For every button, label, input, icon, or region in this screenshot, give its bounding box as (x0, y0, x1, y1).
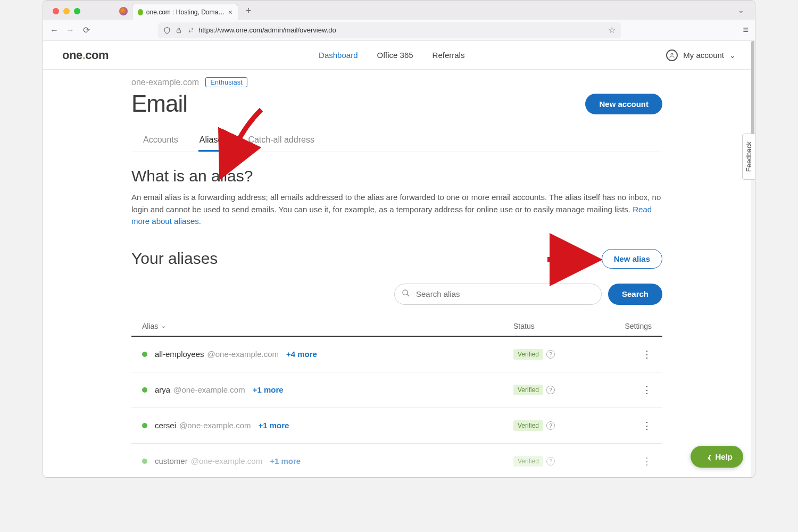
feedback-tab[interactable]: Feedback (742, 134, 755, 180)
table-row: customer@one-example.com +1 more Verifie… (131, 444, 662, 478)
main-nav: Dashboard Office 365 Referrals (319, 51, 464, 60)
alias-domain: @one-example.com (191, 456, 262, 466)
svg-point-2 (403, 290, 408, 295)
alias-more-link[interactable]: +4 more (286, 350, 317, 359)
firefox-icon (119, 7, 128, 20)
sort-icon: ⌄ (161, 322, 166, 329)
search-row: Search (131, 284, 662, 305)
favicon-icon (138, 9, 143, 15)
table-row: arya@one-example.com +1 more Verified? ⋮ (131, 372, 662, 408)
alias-domain: @one-example.com (207, 350, 279, 359)
url-text: https://www.one.com/admin/mail/overview.… (198, 26, 604, 34)
help-label: Help (715, 452, 733, 461)
search-button[interactable]: Search (608, 284, 662, 305)
status-badge: Verified (513, 420, 543, 431)
account-menu[interactable]: My account ⌄ (666, 49, 736, 61)
col-status-header: Status (513, 322, 609, 330)
help-widget[interactable]: Help (691, 446, 743, 468)
table-header: Alias ⌄ Status Settings (131, 317, 662, 337)
alias-local: cersei (155, 421, 176, 430)
tabs-dropdown-icon[interactable]: ⌄ (738, 6, 751, 20)
table-row: all-employees@one-example.com +4 more Ve… (131, 337, 662, 372)
plan-badge: Enthusiast (205, 77, 247, 87)
your-aliases-heading: Your aliases (131, 250, 218, 268)
row-settings-menu[interactable]: ⋮ (609, 348, 652, 360)
reload-button[interactable]: ⟳ (81, 25, 91, 35)
lock-icon[interactable] (175, 27, 182, 34)
what-is-alias-body: An email alias is a forwarding address; … (131, 192, 662, 228)
row-settings-menu[interactable]: ⋮ (609, 420, 652, 431)
browser-tab[interactable]: one.com : Hosting, Domain, Em… × (132, 4, 238, 20)
status-badge: Verified (513, 385, 543, 395)
search-input[interactable] (394, 284, 602, 305)
bookmark-icon[interactable]: ☆ (608, 25, 616, 35)
permissions-icon[interactable]: ⇄ (187, 27, 194, 34)
col-alias-header[interactable]: Alias ⌄ (142, 322, 513, 330)
page-content: one-example.com Enthusiast Email New acc… (43, 70, 751, 477)
site-header: one.com Dashboard Office 365 Referrals M… (43, 41, 755, 70)
tab-accounts[interactable]: Accounts (142, 130, 179, 152)
logo[interactable]: one.com (62, 48, 109, 62)
help-icon[interactable]: ? (546, 386, 555, 394)
tab-title: one.com : Hosting, Domain, Em… (146, 9, 225, 16)
shield-icon[interactable] (163, 27, 171, 34)
new-alias-button[interactable]: New alias (602, 249, 662, 269)
domain-row: one-example.com Enthusiast (131, 77, 662, 87)
email-tabs: Accounts Aliases Catch-all address (131, 130, 662, 152)
page-title: Email (131, 90, 187, 117)
svg-point-1 (671, 53, 673, 55)
alias-local: customer (155, 456, 188, 466)
address-bar[interactable]: ⇄ https://www.one.com/admin/mail/overvie… (158, 22, 621, 38)
search-icon (402, 289, 410, 300)
app-menu-button[interactable]: ≡ (743, 24, 749, 36)
window-close-icon[interactable] (53, 8, 59, 14)
back-button[interactable]: ← (49, 26, 59, 35)
alias-more-link[interactable]: +1 more (270, 456, 301, 466)
nav-dashboard[interactable]: Dashboard (319, 51, 358, 60)
new-tab-button[interactable]: + (246, 5, 252, 20)
browser-toolbar: ← → ⟳ ⇄ https://www.one.com/admin/mail/o… (43, 20, 755, 41)
status-badge: Verified (513, 349, 543, 360)
nav-referrals[interactable]: Referrals (433, 51, 465, 60)
forward-button: → (65, 26, 75, 35)
what-is-alias-text: An email alias is a forwarding address; … (131, 193, 661, 214)
row-settings-menu[interactable]: ⋮ (609, 455, 652, 467)
status-badge: Verified (513, 456, 543, 467)
tab-close-icon[interactable]: × (228, 8, 232, 16)
logo-tld: com (85, 48, 109, 62)
chat-bubble-icon (701, 451, 711, 462)
nav-office365[interactable]: Office 365 (377, 51, 413, 60)
user-icon (666, 49, 678, 61)
alias-local: all-employees (155, 350, 204, 359)
help-icon[interactable]: ? (546, 457, 555, 466)
status-dot-icon (142, 459, 147, 464)
status-dot-icon (142, 387, 147, 393)
tab-catchall[interactable]: Catch-all address (247, 130, 315, 152)
alias-domain: @one-example.com (179, 421, 251, 430)
window-minimize-icon[interactable] (63, 8, 70, 14)
window-zoom-icon[interactable] (74, 8, 80, 14)
logo-base: one (62, 48, 82, 62)
row-settings-menu[interactable]: ⋮ (609, 384, 652, 396)
browser-tabbar: one.com : Hosting, Domain, Em… × + ⌄ (43, 1, 755, 20)
domain-name: one-example.com (131, 78, 199, 87)
status-dot-icon (142, 423, 147, 428)
svg-line-3 (407, 294, 409, 296)
alias-more-link[interactable]: +1 more (253, 385, 284, 394)
alias-more-link[interactable]: +1 more (258, 421, 289, 430)
search-field-wrap (394, 284, 602, 305)
alias-domain: @one-example.com (173, 385, 245, 394)
tab-aliases[interactable]: Aliases (198, 130, 228, 152)
window-controls (47, 8, 86, 20)
new-account-button[interactable]: New account (585, 94, 662, 114)
help-icon[interactable]: ? (546, 421, 555, 430)
table-row: cersei@one-example.com +1 more Verified?… (131, 408, 662, 444)
help-icon[interactable]: ? (546, 350, 555, 359)
col-settings-header: Settings (609, 322, 652, 330)
what-is-alias-heading: What is an alias? (131, 167, 662, 185)
status-dot-icon (142, 352, 147, 357)
account-label: My account (683, 51, 724, 60)
chevron-down-icon: ⌄ (729, 51, 736, 60)
svg-rect-0 (177, 30, 181, 32)
alias-local: arya (155, 385, 170, 394)
